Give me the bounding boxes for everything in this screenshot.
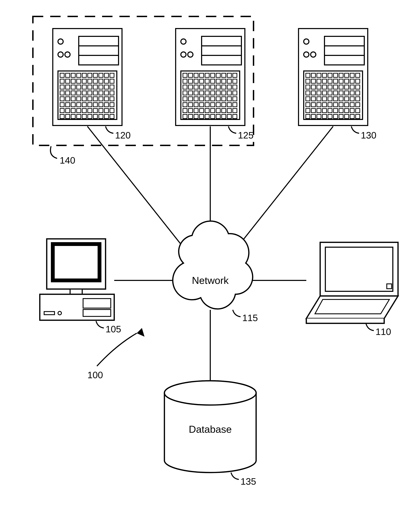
ref-115: 115 — [242, 313, 258, 323]
svg-line-90 — [230, 126, 333, 256]
ref-130: 130 — [361, 130, 377, 140]
ref-110: 110 — [376, 326, 391, 337]
arrowhead-icon — [137, 328, 145, 337]
desktop-icon — [40, 239, 114, 320]
network-diagram: Network Database — [0, 0, 420, 530]
svg-line-88 — [87, 126, 190, 256]
svg-point-105 — [164, 381, 256, 405]
ref-105: 105 — [106, 324, 121, 334]
database-icon: Database — [164, 381, 256, 472]
ref-100: 100 — [87, 370, 103, 380]
server-icon — [176, 29, 245, 125]
svg-rect-96 — [70, 289, 82, 294]
cloud-icon: Network — [173, 221, 253, 309]
svg-rect-95 — [53, 244, 100, 280]
ref-135: 135 — [241, 476, 256, 486]
database-label: Database — [189, 424, 232, 435]
ref-125: 125 — [238, 130, 254, 140]
server-icon — [299, 29, 368, 125]
server-icon — [53, 29, 122, 125]
ref-140: 140 — [60, 155, 75, 165]
network-label: Network — [192, 275, 229, 286]
ref-120: 120 — [115, 130, 131, 140]
laptop-icon — [306, 242, 398, 323]
